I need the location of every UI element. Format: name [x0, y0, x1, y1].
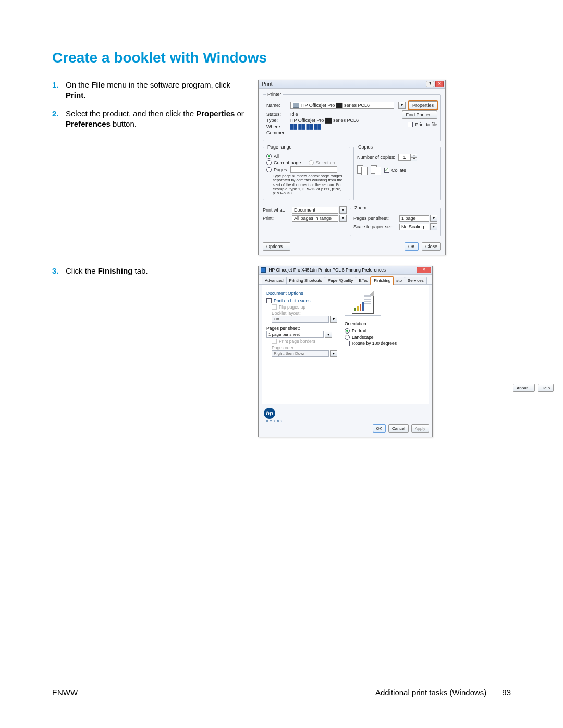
pages-input[interactable] — [290, 166, 337, 173]
tab-effects[interactable]: Effec — [356, 277, 371, 284]
pps-value: 1 page — [401, 216, 416, 221]
chevron-down-icon[interactable]: ▾ — [339, 206, 347, 214]
about-button[interactable]: About... — [513, 384, 535, 392]
chevron-down-icon[interactable]: ▾ — [339, 215, 347, 222]
collate-checkbox[interactable] — [384, 168, 389, 173]
print-dialog-titlebar: Print ? ✕ — [259, 80, 445, 89]
print-pages-select[interactable]: All pages in range — [292, 215, 338, 222]
type-value: HP Officejet Pro ██ series PCL6 — [290, 118, 359, 123]
scale-select[interactable]: No Scaling — [399, 224, 429, 230]
rotate-checkbox[interactable] — [345, 341, 350, 346]
app-icon — [261, 267, 266, 273]
step-1-text-b: menu in the software program, click — [105, 80, 230, 89]
portrait-radio[interactable] — [345, 328, 350, 334]
tabs-bar: Advanced Printing Shortcuts Paper/Qualit… — [259, 275, 432, 285]
tab-shortcuts[interactable]: Printing Shortcuts — [286, 277, 325, 284]
zoom-group: Zoom Pages per sheet: 1 page ▾ Scale to … — [350, 205, 441, 236]
preferences-title: HP Officejet Pro X451dn Printer PCL 6 Pr… — [268, 267, 386, 273]
print-to-file-checkbox[interactable] — [408, 122, 413, 127]
pps-pref-value: 1 page per sheet — [268, 332, 300, 337]
preferences-dialog: HP Officejet Pro X451dn Printer PCL 6 Pr… — [258, 266, 433, 437]
step-1-bold-print: Print — [66, 91, 83, 100]
pps-select[interactable]: 1 page — [399, 215, 429, 222]
comment-label: Comment: — [266, 130, 290, 135]
page-order-select: Right, then Down — [272, 350, 329, 357]
booklet-layout-label: Booklet layout: — [272, 311, 339, 316]
close-button[interactable]: Close — [422, 242, 441, 251]
pages-radio[interactable] — [266, 167, 272, 172]
close-icon[interactable]: ✕ — [417, 267, 431, 273]
chevron-down-icon: ▾ — [330, 316, 337, 323]
tab-finishing[interactable]: Finishing — [371, 277, 394, 284]
chevron-up-icon[interactable]: ▴ — [411, 154, 417, 157]
flip-pages-checkbox — [272, 304, 277, 310]
copies-group: Copies Number of copies: ▴▾ — [353, 144, 441, 200]
copies-label: Copies — [357, 144, 374, 150]
portrait-label: Portrait — [352, 328, 366, 334]
print-both-sides-checkbox[interactable] — [266, 298, 272, 303]
print-pages-value: All pages in range — [294, 216, 332, 221]
booklet-layout-select: Off — [272, 316, 329, 323]
num-copies-spinner[interactable]: ▴▾ — [398, 154, 417, 161]
where-label: Where: — [266, 124, 290, 129]
close-icon[interactable]: ✕ — [435, 81, 444, 87]
all-radio[interactable] — [266, 154, 272, 159]
chevron-down-icon[interactable]: ▾ — [398, 102, 406, 109]
options-button[interactable]: Options... — [263, 242, 290, 251]
status-label: Status: — [266, 112, 290, 117]
page-order-value: Right, then Down — [274, 351, 305, 356]
landscape-radio[interactable] — [345, 335, 350, 340]
step-3-bold-finishing: Finishing — [98, 266, 133, 275]
zoom-label: Zoom — [353, 205, 368, 211]
find-printer-button[interactable]: Find Printer... — [402, 110, 437, 119]
booklet-layout-value: Off — [274, 317, 279, 322]
tab-services[interactable]: Services — [405, 277, 427, 284]
rotate-label: Rotate by 180 degrees — [352, 341, 397, 346]
step-1: 1. On the File menu in the software prog… — [52, 80, 248, 101]
printer-name-select[interactable]: HP Officejet Pro ██ series PCL6 — [290, 102, 394, 109]
chevron-down-icon[interactable]: ▾ — [430, 223, 437, 230]
current-page-label: Current page — [274, 160, 301, 165]
print-what-select[interactable]: Document — [292, 207, 338, 214]
current-page-radio[interactable] — [266, 160, 272, 165]
step-2-bold-properties: Properties — [196, 109, 235, 118]
scale-value: No Scaling — [401, 224, 424, 229]
tab-advanced[interactable]: Advanced — [262, 277, 287, 284]
help-icon[interactable]: ? — [426, 81, 434, 87]
step-2-text-c: button. — [111, 119, 137, 128]
pages-hint: Type page numbers and/or page ranges sep… — [266, 174, 347, 195]
pref-cancel-button[interactable]: Cancel — [388, 424, 409, 433]
chevron-down-icon[interactable]: ▾ — [411, 157, 417, 161]
step-2-text-a: Select the product, and then click the — [66, 109, 196, 118]
page-order-label: Page order: — [272, 345, 339, 350]
chevron-down-icon[interactable]: ▾ — [430, 215, 437, 222]
preferences-titlebar: HP Officejet Pro X451dn Printer PCL 6 Pr… — [259, 266, 432, 275]
print-what-value: Document — [294, 207, 315, 213]
step-3-text-a: Click the — [66, 266, 98, 275]
step-2-number: 2. — [52, 108, 66, 130]
step-1-text-c: . — [83, 91, 85, 100]
flip-pages-label: Flip pages up — [279, 304, 305, 310]
print-both-sides-label: Print on both sides — [274, 298, 310, 303]
printer-name-value: HP Officejet Pro ██ series PCL6 — [301, 103, 370, 108]
footer-page-number: 93 — [502, 688, 511, 697]
print-what-label: Print what: — [263, 207, 292, 213]
num-copies-value[interactable] — [398, 154, 411, 161]
properties-button[interactable]: Properties — [409, 101, 437, 109]
pref-ok-button[interactable]: OK — [373, 424, 386, 433]
tab-paper-quality[interactable]: Paper/Quality — [325, 277, 356, 284]
ok-button[interactable]: OK — [405, 242, 419, 251]
pps-pref-select[interactable]: 1 page per sheet — [266, 331, 324, 338]
name-label: Name: — [266, 103, 290, 108]
page-preview — [345, 289, 381, 316]
chevron-down-icon[interactable]: ▾ — [325, 331, 332, 338]
step-3-text-b: tab. — [132, 266, 148, 275]
step-3-number: 3. — [52, 266, 66, 276]
step-1-bold-file: File — [91, 80, 105, 89]
pref-apply-button: Apply — [411, 424, 429, 433]
pages-label: Pages: — [274, 167, 288, 172]
step-1-number: 1. — [52, 80, 66, 101]
print-pages-label: Print: — [263, 216, 292, 221]
tab-job-storage[interactable]: sto — [393, 277, 405, 284]
help-button[interactable]: Help — [538, 384, 554, 392]
